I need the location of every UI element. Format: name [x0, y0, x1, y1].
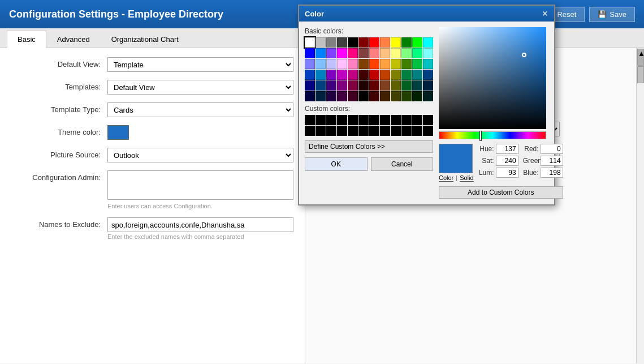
custom-color-cell[interactable] [369, 126, 379, 136]
basic-color-cell[interactable] [337, 59, 347, 69]
basic-color-cell[interactable] [315, 91, 326, 101]
red-input[interactable] [541, 144, 563, 154]
basic-color-cell[interactable] [348, 91, 358, 101]
basic-color-cell[interactable] [391, 37, 401, 48]
basic-color-cell[interactable] [358, 37, 369, 48]
custom-color-cell[interactable] [391, 126, 401, 136]
sat-input[interactable] [496, 156, 518, 166]
basic-color-cell[interactable] [315, 48, 326, 58]
solid-label[interactable]: Solid [460, 174, 473, 182]
basic-color-cell[interactable] [412, 91, 422, 101]
custom-color-cell[interactable] [337, 115, 347, 125]
basic-color-cell[interactable] [326, 37, 336, 48]
basic-color-cell[interactable] [412, 80, 422, 91]
basic-color-cell[interactable] [391, 70, 401, 80]
basic-color-cell[interactable] [305, 48, 315, 58]
custom-color-cell[interactable] [412, 115, 422, 125]
basic-color-cell[interactable] [369, 48, 379, 58]
basic-color-cell[interactable] [305, 80, 315, 91]
basic-color-cell[interactable] [401, 37, 412, 48]
basic-color-cell[interactable] [337, 70, 347, 80]
custom-color-cell[interactable] [412, 126, 422, 136]
basic-color-cell[interactable] [305, 91, 315, 101]
basic-color-cell[interactable] [337, 80, 347, 91]
custom-color-cell[interactable] [401, 126, 412, 136]
basic-color-cell[interactable] [380, 70, 390, 80]
basic-color-cell[interactable] [412, 48, 422, 58]
custom-color-cell[interactable] [423, 115, 433, 125]
custom-color-cell[interactable] [326, 126, 336, 136]
basic-color-cell[interactable] [337, 91, 347, 101]
basic-color-cell[interactable] [358, 59, 369, 69]
custom-color-cell[interactable] [380, 115, 390, 125]
basic-color-cell[interactable] [369, 80, 379, 91]
basic-color-cell[interactable] [369, 70, 379, 80]
basic-color-cell[interactable] [348, 70, 358, 80]
custom-color-cell[interactable] [423, 126, 433, 136]
dialog-close-button[interactable]: ✕ [542, 9, 548, 18]
basic-color-cell[interactable] [391, 59, 401, 69]
basic-color-cell[interactable] [401, 48, 412, 58]
basic-color-cell[interactable] [380, 48, 390, 58]
lum-input[interactable] [496, 168, 518, 178]
custom-color-cell[interactable] [326, 115, 336, 125]
basic-color-cell[interactable] [412, 70, 422, 80]
basic-color-cell[interactable] [348, 80, 358, 91]
basic-color-cell[interactable] [348, 48, 358, 58]
basic-color-cell[interactable] [326, 59, 336, 69]
custom-color-cell[interactable] [358, 115, 369, 125]
custom-color-cell[interactable] [369, 115, 379, 125]
basic-color-cell[interactable] [326, 70, 336, 80]
basic-color-cell[interactable] [391, 48, 401, 58]
basic-color-cell[interactable] [315, 70, 326, 80]
ok-button[interactable]: OK [305, 157, 368, 171]
cancel-button[interactable]: Cancel [371, 157, 434, 171]
basic-color-cell[interactable] [358, 48, 369, 58]
hue-input[interactable] [496, 144, 518, 154]
custom-color-cell[interactable] [315, 115, 326, 125]
basic-color-cell[interactable] [423, 80, 433, 91]
gradient-picker[interactable] [439, 27, 546, 129]
custom-color-cell[interactable] [348, 126, 358, 136]
basic-color-cell[interactable] [315, 37, 326, 48]
basic-color-cell[interactable] [380, 91, 390, 101]
basic-color-cell[interactable] [380, 59, 390, 69]
basic-color-cell[interactable] [305, 37, 315, 48]
basic-color-cell[interactable] [380, 80, 390, 91]
basic-color-cell[interactable] [337, 37, 347, 48]
basic-color-cell[interactable] [305, 70, 315, 80]
custom-color-cell[interactable] [315, 126, 326, 136]
basic-color-cell[interactable] [401, 59, 412, 69]
basic-color-cell[interactable] [401, 80, 412, 91]
basic-color-cell[interactable] [315, 80, 326, 91]
basic-color-cell[interactable] [315, 59, 326, 69]
basic-color-cell[interactable] [369, 59, 379, 69]
basic-color-cell[interactable] [401, 91, 412, 101]
basic-color-cell[interactable] [412, 59, 422, 69]
basic-color-cell[interactable] [358, 80, 369, 91]
basic-color-cell[interactable] [380, 37, 390, 48]
basic-color-cell[interactable] [401, 70, 412, 80]
basic-color-cell[interactable] [391, 80, 401, 91]
custom-color-cell[interactable] [337, 126, 347, 136]
custom-color-cell[interactable] [358, 126, 369, 136]
add-to-custom-button[interactable]: Add to Custom Colors [439, 186, 563, 199]
basic-color-cell[interactable] [391, 91, 401, 101]
custom-color-cell[interactable] [401, 115, 412, 125]
basic-color-cell[interactable] [369, 37, 379, 48]
basic-color-cell[interactable] [348, 59, 358, 69]
custom-color-cell[interactable] [380, 126, 390, 136]
hue-bar[interactable] [439, 131, 546, 139]
custom-color-cell[interactable] [348, 115, 358, 125]
basic-color-cell[interactable] [423, 59, 433, 69]
basic-color-cell[interactable] [358, 70, 369, 80]
color-preview-box[interactable] [439, 144, 473, 173]
basic-color-cell[interactable] [423, 70, 433, 80]
basic-color-cell[interactable] [423, 91, 433, 101]
custom-color-cell[interactable] [305, 115, 315, 125]
color-label[interactable]: Color [439, 174, 453, 182]
basic-color-cell[interactable] [305, 59, 315, 69]
basic-color-cell[interactable] [412, 37, 422, 48]
define-custom-button[interactable]: Define Custom Colors >> [305, 140, 433, 153]
basic-color-cell[interactable] [423, 37, 433, 48]
